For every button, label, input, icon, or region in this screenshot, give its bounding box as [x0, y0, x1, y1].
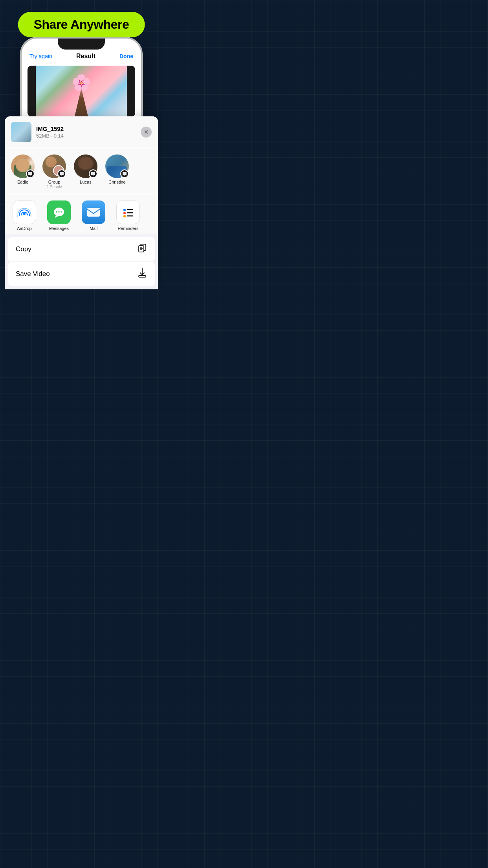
person-eddie[interactable]: Eddie	[9, 154, 37, 189]
messages-label: Messages	[49, 226, 69, 231]
app-mail[interactable]: Mail	[78, 200, 109, 231]
person-christine[interactable]: Christine	[103, 154, 131, 189]
file-thumbnail	[11, 122, 31, 142]
eddie-avatar-wrap	[11, 154, 35, 178]
result-title: Result	[76, 53, 95, 60]
copy-action-row[interactable]: Copy	[8, 237, 155, 261]
eddie-name: Eddie	[17, 180, 28, 185]
svg-rect-13	[139, 246, 144, 252]
group-avatar-wrap	[42, 154, 66, 178]
messages-icon	[47, 200, 71, 224]
svg-rect-7	[127, 209, 133, 210]
airdrop-icon	[13, 200, 36, 224]
badge-text: Share Anywhere	[34, 17, 129, 31]
save-video-action-row[interactable]: Save Video	[8, 262, 155, 286]
save-video-icon	[138, 267, 147, 281]
cherry-blossom-image	[36, 66, 127, 117]
svg-point-3	[58, 211, 60, 213]
lucas-avatar-wrap	[74, 154, 97, 178]
svg-rect-14	[139, 276, 146, 277]
svg-rect-5	[87, 208, 100, 217]
reminders-label: Reminders	[117, 226, 138, 231]
svg-point-8	[123, 212, 126, 214]
svg-point-2	[56, 211, 57, 213]
svg-point-10	[123, 215, 126, 217]
copy-label: Copy	[16, 245, 31, 253]
phone-notch	[58, 39, 105, 50]
sheet-file-header: IMG_1592 52MB · 0:14 ✕	[5, 116, 158, 148]
svg-point-6	[123, 209, 126, 211]
person-group[interactable]: Group 2 People	[40, 154, 68, 189]
close-button[interactable]: ✕	[141, 127, 152, 138]
reminders-icon	[116, 200, 140, 224]
share-sheet: IMG_1592 52MB · 0:14 ✕ Eddie	[5, 116, 158, 289]
christine-airplay-badge	[120, 169, 129, 178]
file-info: IMG_1592 52MB · 0:14	[36, 125, 141, 139]
close-icon: ✕	[144, 129, 149, 135]
mail-icon	[82, 200, 105, 224]
group-name: Group	[48, 180, 61, 185]
svg-point-0	[23, 213, 26, 215]
svg-rect-9	[127, 212, 133, 213]
try-again-button[interactable]: Try again	[29, 53, 52, 59]
airdrop-label: AirDrop	[17, 226, 31, 231]
eddie-airplay-badge	[26, 169, 35, 178]
apps-row: AirDrop Messages	[5, 194, 158, 237]
christine-avatar-wrap	[105, 154, 129, 178]
mail-label: Mail	[90, 226, 97, 231]
file-name: IMG_1592	[36, 125, 141, 132]
photo-container	[28, 66, 135, 117]
done-button[interactable]: Done	[119, 53, 133, 59]
svg-point-4	[61, 211, 62, 213]
people-row: Eddie Group 2 People	[5, 148, 158, 194]
christine-name: Christine	[108, 180, 125, 185]
lucas-name: Lucas	[80, 180, 91, 185]
file-meta: 52MB · 0:14	[36, 133, 141, 139]
app-messages[interactable]: Messages	[43, 200, 75, 231]
save-video-label: Save Video	[16, 270, 50, 278]
svg-rect-11	[127, 215, 133, 217]
app-airdrop[interactable]: AirDrop	[9, 200, 40, 231]
group-airplay-badge	[57, 169, 66, 178]
lucas-airplay-badge	[89, 169, 97, 178]
share-anywhere-badge: Share Anywhere	[18, 12, 145, 37]
copy-icon	[138, 243, 147, 255]
app-reminders[interactable]: Reminders	[112, 200, 144, 231]
person-lucas[interactable]: Lucas	[72, 154, 100, 189]
group-subtitle: 2 People	[46, 185, 62, 189]
